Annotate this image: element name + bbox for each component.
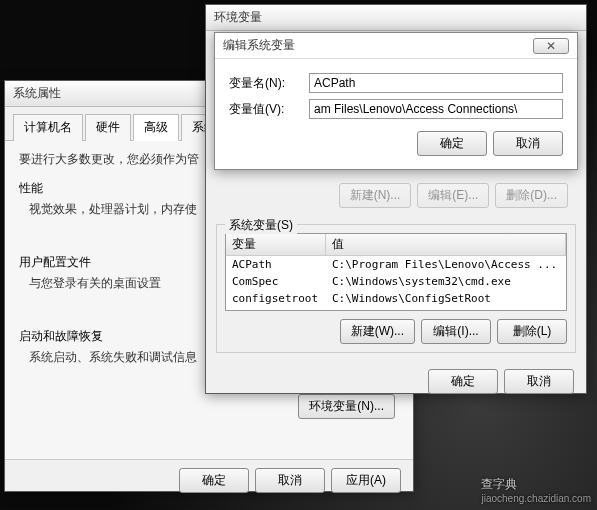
delete-user-var-button[interactable]: 删除(D)... [495, 183, 568, 208]
edit-variable-dialog: 编辑系统变量 ✕ 变量名(N): 变量值(V): 确定 取消 [214, 32, 578, 170]
cancel-button[interactable]: 取消 [493, 131, 563, 156]
dialog-content: 变量名(N): 变量值(V): 确定 取消 [215, 59, 577, 162]
tab-hardware[interactable]: 硬件 [85, 114, 131, 141]
header-var[interactable]: 变量 [226, 234, 326, 255]
table-row[interactable]: ComSpec C:\Windows\system32\cmd.exe [226, 273, 566, 290]
tab-computer-name[interactable]: 计算机名 [13, 114, 83, 141]
edit-sys-var-button[interactable]: 编辑(I)... [421, 319, 491, 344]
var-value-input[interactable] [309, 99, 563, 119]
system-vars-list[interactable]: 变量 值 ACPath C:\Program Files\Lenovo\Acce… [225, 233, 567, 311]
delete-sys-var-button[interactable]: 删除(L) [497, 319, 567, 344]
cell-name: ACPath [226, 257, 326, 272]
cell-name: ComSpec [226, 274, 326, 289]
close-button[interactable]: ✕ [533, 38, 569, 54]
header-val[interactable]: 值 [326, 234, 566, 255]
cell-name: configsetroot [226, 291, 326, 306]
cancel-button[interactable]: 取消 [504, 369, 574, 394]
new-user-var-button[interactable]: 新建(N)... [339, 183, 412, 208]
cell-value: C:\Windows\system32\cmd.exe [326, 274, 566, 289]
window-title: 编辑系统变量 [223, 37, 533, 54]
dialog-buttons: 确定 取消 应用(A) [5, 459, 413, 501]
new-sys-var-button[interactable]: 新建(W)... [340, 319, 415, 344]
ok-button[interactable]: 确定 [417, 131, 487, 156]
apply-button[interactable]: 应用(A) [331, 468, 401, 493]
cell-value: C:\Windows\ConfigSetRoot [326, 291, 566, 306]
list-header: 变量 值 [226, 234, 566, 256]
dialog-buttons: 确定 取消 [229, 125, 563, 156]
cancel-button[interactable]: 取消 [255, 468, 325, 493]
ok-button[interactable]: 确定 [428, 369, 498, 394]
close-icon: ✕ [546, 39, 556, 53]
table-row[interactable]: configsetroot C:\Windows\ConfigSetRoot [226, 290, 566, 307]
system-vars-label: 系统变量(S) [225, 217, 297, 234]
window-title: 环境变量 [214, 9, 578, 26]
user-var-buttons: 新建(N)... 编辑(E)... 删除(D)... [206, 175, 586, 216]
edit-user-var-button[interactable]: 编辑(E)... [417, 183, 489, 208]
titlebar[interactable]: 编辑系统变量 ✕ [215, 33, 577, 59]
sys-var-buttons: 新建(W)... 编辑(I)... 删除(L) [225, 311, 567, 344]
ok-button[interactable]: 确定 [179, 468, 249, 493]
dialog-buttons: 确定 取消 [206, 361, 586, 402]
var-name-input[interactable] [309, 73, 563, 93]
var-value-label: 变量值(V): [229, 101, 309, 118]
titlebar[interactable]: 环境变量 [206, 5, 586, 31]
tab-advanced[interactable]: 高级 [133, 114, 179, 141]
var-name-label: 变量名(N): [229, 75, 309, 92]
table-row[interactable]: ACPath C:\Program Files\Lenovo\Access ..… [226, 256, 566, 273]
system-vars-group: 系统变量(S) 变量 值 ACPath C:\Program Files\Len… [216, 224, 576, 353]
cell-value: C:\Program Files\Lenovo\Access ... [326, 257, 566, 272]
